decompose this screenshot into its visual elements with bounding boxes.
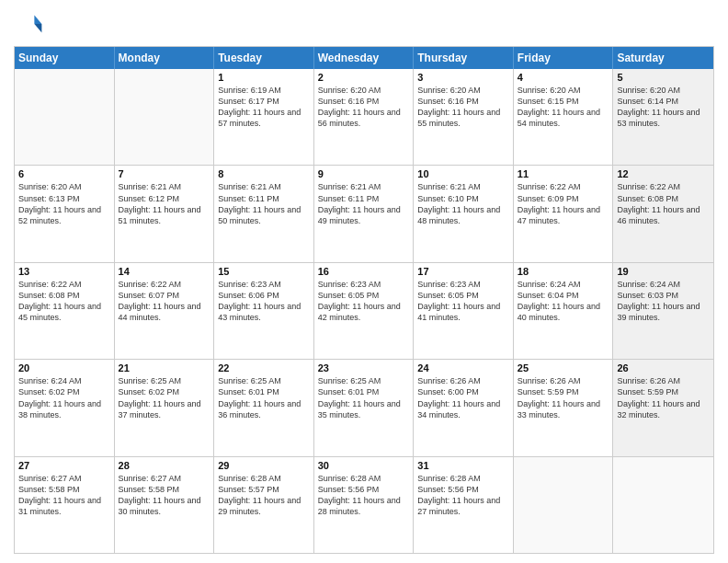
- day-number: 23: [318, 362, 410, 373]
- calendar-row-0: 1Sunrise: 6:19 AM Sunset: 6:17 PM Daylig…: [15, 69, 713, 165]
- cell-info: Sunrise: 6:28 AM Sunset: 5:56 PM Dayligh…: [417, 473, 509, 518]
- calendar-cell: 15Sunrise: 6:23 AM Sunset: 6:06 PM Dayli…: [214, 263, 314, 359]
- day-number: 30: [318, 460, 410, 471]
- cell-info: Sunrise: 6:20 AM Sunset: 6:16 PM Dayligh…: [318, 85, 410, 130]
- cell-info: Sunrise: 6:21 AM Sunset: 6:11 PM Dayligh…: [218, 181, 310, 226]
- day-number: 13: [18, 266, 110, 277]
- calendar-cell: 29Sunrise: 6:28 AM Sunset: 5:57 PM Dayli…: [214, 457, 314, 553]
- cell-info: Sunrise: 6:23 AM Sunset: 6:05 PM Dayligh…: [318, 279, 410, 324]
- cell-info: Sunrise: 6:21 AM Sunset: 6:11 PM Dayligh…: [318, 181, 410, 226]
- calendar-cell: [613, 457, 713, 553]
- logo: [14, 9, 47, 39]
- day-number: 17: [417, 266, 509, 277]
- calendar-cell: 8Sunrise: 6:21 AM Sunset: 6:11 PM Daylig…: [214, 166, 314, 261]
- calendar-row-4: 27Sunrise: 6:27 AM Sunset: 5:58 PM Dayli…: [15, 456, 713, 553]
- calendar-cell: 21Sunrise: 6:25 AM Sunset: 6:02 PM Dayli…: [115, 360, 215, 455]
- cell-info: Sunrise: 6:24 AM Sunset: 6:04 PM Dayligh…: [518, 279, 609, 324]
- header-day-tuesday: Tuesday: [214, 47, 314, 69]
- calendar-cell: 20Sunrise: 6:24 AM Sunset: 6:02 PM Dayli…: [15, 360, 115, 455]
- cell-info: Sunrise: 6:23 AM Sunset: 6:05 PM Dayligh…: [417, 279, 509, 324]
- cell-info: Sunrise: 6:22 AM Sunset: 6:08 PM Dayligh…: [18, 279, 110, 324]
- cell-info: Sunrise: 6:20 AM Sunset: 6:14 PM Dayligh…: [617, 85, 710, 130]
- calendar-cell: 5Sunrise: 6:20 AM Sunset: 6:14 PM Daylig…: [613, 69, 713, 165]
- day-number: 16: [318, 266, 410, 277]
- day-number: 8: [218, 168, 310, 179]
- cell-info: Sunrise: 6:27 AM Sunset: 5:58 PM Dayligh…: [119, 473, 210, 518]
- day-number: 7: [119, 168, 210, 179]
- header-day-friday: Friday: [514, 47, 614, 69]
- day-number: 28: [119, 460, 210, 471]
- cell-info: Sunrise: 6:25 AM Sunset: 6:01 PM Dayligh…: [318, 375, 410, 420]
- cell-info: Sunrise: 6:22 AM Sunset: 6:07 PM Dayligh…: [119, 279, 210, 324]
- cell-info: Sunrise: 6:24 AM Sunset: 6:03 PM Dayligh…: [617, 279, 710, 324]
- calendar-header: SundayMondayTuesdayWednesdayThursdayFrid…: [15, 47, 713, 69]
- cell-info: Sunrise: 6:19 AM Sunset: 6:17 PM Dayligh…: [218, 85, 310, 130]
- header: [14, 9, 714, 39]
- calendar-cell: 4Sunrise: 6:20 AM Sunset: 6:15 PM Daylig…: [514, 69, 614, 165]
- calendar-cell: 23Sunrise: 6:25 AM Sunset: 6:01 PM Dayli…: [314, 360, 415, 455]
- svg-marker-1: [34, 24, 41, 33]
- calendar-cell: 27Sunrise: 6:27 AM Sunset: 5:58 PM Dayli…: [15, 457, 115, 553]
- day-number: 15: [218, 266, 310, 277]
- calendar-cell: 14Sunrise: 6:22 AM Sunset: 6:07 PM Dayli…: [115, 263, 215, 359]
- calendar-cell: [514, 457, 614, 553]
- calendar-cell: 7Sunrise: 6:21 AM Sunset: 6:12 PM Daylig…: [115, 166, 215, 261]
- calendar-cell: 12Sunrise: 6:22 AM Sunset: 6:08 PM Dayli…: [613, 166, 713, 261]
- day-number: 14: [119, 266, 210, 277]
- calendar-cell: 31Sunrise: 6:28 AM Sunset: 5:56 PM Dayli…: [414, 457, 514, 553]
- calendar-cell: 1Sunrise: 6:19 AM Sunset: 6:17 PM Daylig…: [214, 69, 314, 165]
- day-number: 5: [617, 72, 710, 83]
- header-day-saturday: Saturday: [613, 47, 713, 69]
- header-day-thursday: Thursday: [414, 47, 514, 69]
- cell-info: Sunrise: 6:21 AM Sunset: 6:12 PM Dayligh…: [119, 181, 210, 226]
- calendar-cell: 26Sunrise: 6:26 AM Sunset: 5:59 PM Dayli…: [613, 360, 713, 455]
- cell-info: Sunrise: 6:23 AM Sunset: 6:06 PM Dayligh…: [218, 279, 310, 324]
- calendar-cell: 24Sunrise: 6:26 AM Sunset: 6:00 PM Dayli…: [414, 360, 514, 455]
- svg-rect-2: [19, 15, 36, 32]
- cell-info: Sunrise: 6:20 AM Sunset: 6:13 PM Dayligh…: [18, 181, 110, 226]
- cell-info: Sunrise: 6:25 AM Sunset: 6:01 PM Dayligh…: [218, 375, 310, 420]
- calendar-cell: 22Sunrise: 6:25 AM Sunset: 6:01 PM Dayli…: [214, 360, 314, 455]
- day-number: 3: [417, 72, 509, 83]
- cell-info: Sunrise: 6:25 AM Sunset: 6:02 PM Dayligh…: [119, 375, 210, 420]
- day-number: 26: [617, 362, 710, 373]
- cell-info: Sunrise: 6:26 AM Sunset: 6:00 PM Dayligh…: [417, 375, 509, 420]
- day-number: 27: [18, 460, 110, 471]
- calendar-body: 1Sunrise: 6:19 AM Sunset: 6:17 PM Daylig…: [15, 69, 713, 553]
- calendar-cell: 16Sunrise: 6:23 AM Sunset: 6:05 PM Dayli…: [314, 263, 415, 359]
- day-number: 2: [318, 72, 410, 83]
- page: SundayMondayTuesdayWednesdayThursdayFrid…: [0, 0, 728, 563]
- calendar-row-1: 6Sunrise: 6:20 AM Sunset: 6:13 PM Daylig…: [15, 165, 713, 261]
- calendar-cell: 28Sunrise: 6:27 AM Sunset: 5:58 PM Dayli…: [115, 457, 215, 553]
- day-number: 18: [518, 266, 609, 277]
- calendar-cell: 3Sunrise: 6:20 AM Sunset: 6:16 PM Daylig…: [414, 69, 514, 165]
- cell-info: Sunrise: 6:20 AM Sunset: 6:15 PM Dayligh…: [518, 85, 609, 130]
- calendar-cell: 6Sunrise: 6:20 AM Sunset: 6:13 PM Daylig…: [15, 166, 115, 261]
- calendar-cell: 17Sunrise: 6:23 AM Sunset: 6:05 PM Dayli…: [414, 263, 514, 359]
- header-day-wednesday: Wednesday: [314, 47, 415, 69]
- day-number: 11: [518, 168, 609, 179]
- cell-info: Sunrise: 6:28 AM Sunset: 5:56 PM Dayligh…: [318, 473, 410, 518]
- calendar-cell: 10Sunrise: 6:21 AM Sunset: 6:10 PM Dayli…: [414, 166, 514, 261]
- calendar-cell: 30Sunrise: 6:28 AM Sunset: 5:56 PM Dayli…: [314, 457, 415, 553]
- day-number: 1: [218, 72, 310, 83]
- day-number: 31: [417, 460, 509, 471]
- calendar-row-3: 20Sunrise: 6:24 AM Sunset: 6:02 PM Dayli…: [15, 359, 713, 455]
- logo-icon: [14, 9, 43, 39]
- calendar-cell: [115, 69, 215, 165]
- cell-info: Sunrise: 6:27 AM Sunset: 5:58 PM Dayligh…: [18, 473, 110, 518]
- calendar-cell: 9Sunrise: 6:21 AM Sunset: 6:11 PM Daylig…: [314, 166, 415, 261]
- header-day-sunday: Sunday: [15, 47, 115, 69]
- cell-info: Sunrise: 6:21 AM Sunset: 6:10 PM Dayligh…: [417, 181, 509, 226]
- day-number: 21: [119, 362, 210, 373]
- cell-info: Sunrise: 6:26 AM Sunset: 5:59 PM Dayligh…: [617, 375, 710, 420]
- calendar-cell: 19Sunrise: 6:24 AM Sunset: 6:03 PM Dayli…: [613, 263, 713, 359]
- calendar-cell: 11Sunrise: 6:22 AM Sunset: 6:09 PM Dayli…: [514, 166, 614, 261]
- cell-info: Sunrise: 6:22 AM Sunset: 6:08 PM Dayligh…: [617, 181, 710, 226]
- cell-info: Sunrise: 6:24 AM Sunset: 6:02 PM Dayligh…: [18, 375, 110, 420]
- day-number: 12: [617, 168, 710, 179]
- cell-info: Sunrise: 6:20 AM Sunset: 6:16 PM Dayligh…: [417, 85, 509, 130]
- day-number: 29: [218, 460, 310, 471]
- calendar: SundayMondayTuesdayWednesdayThursdayFrid…: [14, 46, 714, 554]
- cell-info: Sunrise: 6:22 AM Sunset: 6:09 PM Dayligh…: [518, 181, 609, 226]
